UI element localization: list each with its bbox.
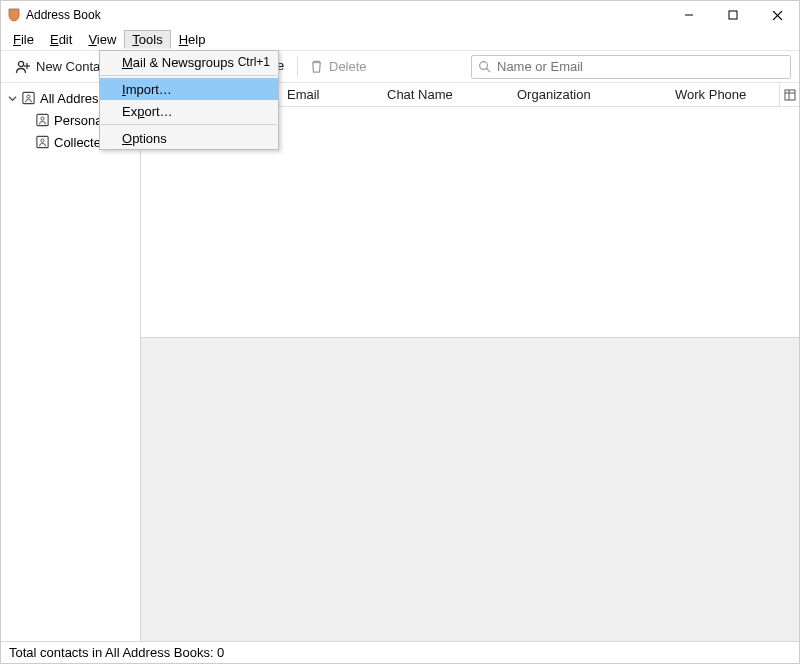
trash-icon bbox=[309, 59, 324, 74]
status-bar: Total contacts in All Address Books: 0 bbox=[1, 641, 799, 663]
tools-dropdown: Mail & Newsgroups Ctrl+1 Import… Export…… bbox=[99, 50, 279, 150]
window-title: Address Book bbox=[26, 8, 101, 22]
chevron-down-icon[interactable] bbox=[7, 93, 17, 103]
svg-point-10 bbox=[27, 95, 30, 98]
menu-edit[interactable]: Edit bbox=[42, 30, 80, 49]
column-organization[interactable]: Organization bbox=[511, 87, 669, 102]
menu-help[interactable]: Help bbox=[171, 30, 214, 49]
search-icon bbox=[478, 60, 491, 73]
title-bar: Address Book bbox=[1, 1, 799, 29]
menu-shortcut: Ctrl+1 bbox=[238, 55, 270, 69]
menu-item-mail-newsgroups[interactable]: Mail & Newsgroups Ctrl+1 bbox=[100, 51, 278, 73]
menu-item-options[interactable]: Options bbox=[100, 127, 278, 149]
menu-file[interactable]: File bbox=[5, 30, 42, 49]
svg-point-4 bbox=[18, 61, 23, 66]
main-area: All Address Persona. Collecte. Email Cha… bbox=[1, 83, 799, 641]
menu-separator bbox=[101, 75, 277, 76]
content-area: Email Chat Name Organization Work Phone bbox=[141, 83, 799, 641]
svg-rect-1 bbox=[729, 11, 737, 19]
menu-item-export[interactable]: Export… bbox=[100, 100, 278, 122]
contact-detail-pane bbox=[141, 337, 799, 641]
menu-view[interactable]: View bbox=[80, 30, 124, 49]
menu-item-import[interactable]: Import… bbox=[100, 78, 278, 100]
address-book-icon bbox=[35, 113, 50, 127]
column-picker-button[interactable] bbox=[779, 83, 799, 107]
toolbar-separator bbox=[297, 57, 298, 77]
delete-button[interactable]: Delete bbox=[303, 56, 373, 77]
menu-separator bbox=[101, 124, 277, 125]
column-work-phone[interactable]: Work Phone bbox=[669, 87, 759, 102]
close-button[interactable] bbox=[755, 1, 799, 29]
app-icon bbox=[7, 8, 21, 22]
svg-point-7 bbox=[480, 62, 488, 70]
sidebar: All Address Persona. Collecte. bbox=[1, 83, 141, 641]
delete-label: Delete bbox=[329, 59, 367, 74]
svg-rect-15 bbox=[785, 90, 795, 100]
column-chat-name[interactable]: Chat Name bbox=[381, 87, 511, 102]
tree-root-label: All Address bbox=[40, 91, 105, 106]
address-book-icon bbox=[35, 135, 50, 149]
svg-point-12 bbox=[41, 117, 44, 120]
menu-tools[interactable]: Tools bbox=[124, 30, 170, 49]
svg-point-14 bbox=[41, 139, 44, 142]
svg-line-8 bbox=[487, 69, 491, 73]
tree-item-label: Collecte. bbox=[54, 135, 105, 150]
status-text: Total contacts in All Address Books: 0 bbox=[9, 645, 224, 660]
maximize-button[interactable] bbox=[711, 1, 755, 29]
address-book-icon bbox=[21, 91, 36, 105]
column-picker-icon bbox=[784, 89, 796, 101]
search-box[interactable] bbox=[471, 55, 791, 79]
minimize-button[interactable] bbox=[667, 1, 711, 29]
menu-bar: File Edit View Tools Help bbox=[1, 29, 799, 51]
column-email[interactable]: Email bbox=[281, 87, 381, 102]
search-input[interactable] bbox=[497, 59, 784, 74]
person-add-icon bbox=[15, 59, 31, 75]
